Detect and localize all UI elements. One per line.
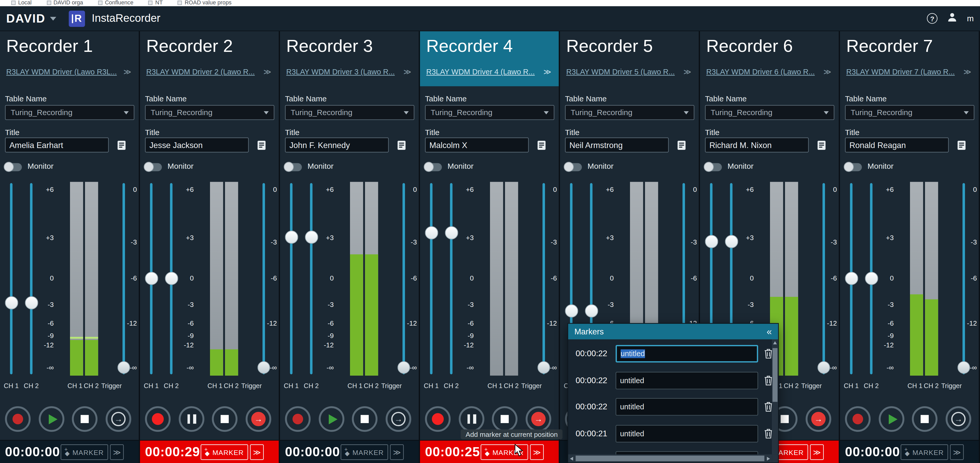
trigger-fader-knob[interactable] <box>538 361 550 374</box>
marker-list-button[interactable]: ≫ <box>390 444 404 460</box>
add-marker-button[interactable]: MARKER <box>60 444 108 460</box>
stop-button[interactable] <box>72 406 97 432</box>
ch1-fader-knob[interactable] <box>285 230 298 243</box>
delete-marker-icon[interactable] <box>764 375 772 385</box>
collapse-panel-icon[interactable]: « <box>767 326 772 337</box>
ch2-fader-knob[interactable] <box>165 271 178 285</box>
ch2-fader-track[interactable] <box>30 183 33 374</box>
edit-metadata-button[interactable] <box>954 137 969 153</box>
trigger-fader-track[interactable] <box>963 183 965 374</box>
driver-link[interactable]: R3LAY WDM Driver (Lawo R3L... <box>6 67 117 76</box>
delete-marker-icon[interactable] <box>764 428 772 439</box>
record-button[interactable] <box>285 406 310 432</box>
commit-button[interactable]: → <box>945 406 971 432</box>
trigger-fader-knob[interactable] <box>398 361 410 374</box>
marker-list-button[interactable]: ≫ <box>250 444 264 460</box>
trigger-fader-track[interactable] <box>822 183 825 374</box>
driver-link[interactable]: R3LAY WDM Driver 6 (Lawo R... <box>706 67 815 76</box>
ch1-fader-knob[interactable] <box>565 304 578 317</box>
record-button[interactable] <box>145 406 170 432</box>
monitor-toggle[interactable] <box>425 163 442 171</box>
title-input[interactable] <box>565 137 669 153</box>
monitor-toggle[interactable] <box>845 163 862 171</box>
trigger-fader-track[interactable] <box>402 183 405 374</box>
ch1-fader-knob[interactable] <box>5 296 18 309</box>
ch1-fader-knob[interactable] <box>145 271 158 285</box>
marker-list-button[interactable]: ≫ <box>530 444 544 460</box>
driver-expand-icon[interactable]: ≫ <box>263 67 271 76</box>
stop-button[interactable] <box>212 406 237 432</box>
stop-button[interactable] <box>352 406 377 432</box>
ch1-fader-knob[interactable] <box>705 235 718 248</box>
driver-expand-icon[interactable]: ≫ <box>683 67 691 76</box>
driver-expand-icon[interactable]: ≫ <box>823 67 831 76</box>
driver-link[interactable]: R3LAY WDM Driver 5 (Lawo R... <box>566 67 675 76</box>
bookmark-item[interactable]: ROAD value props <box>178 0 232 6</box>
stop-button[interactable] <box>492 406 517 432</box>
driver-link[interactable]: R3LAY WDM Driver 4 (Lawo R... <box>426 67 535 76</box>
driver-expand-icon[interactable]: ≫ <box>123 67 131 76</box>
ch1-fader-knob[interactable] <box>425 226 438 239</box>
edit-metadata-button[interactable] <box>114 137 129 153</box>
title-input[interactable] <box>5 137 109 153</box>
user-icon[interactable] <box>947 12 958 25</box>
driver-link[interactable]: R3LAY WDM Driver 7 (Lawo R... <box>846 67 955 76</box>
trigger-fader-track[interactable] <box>542 183 545 374</box>
title-input[interactable] <box>145 137 249 153</box>
title-input[interactable] <box>845 137 949 153</box>
trigger-fader-knob[interactable] <box>958 361 970 374</box>
marker-list-button[interactable]: ≫ <box>810 444 824 460</box>
ch2-fader-track[interactable] <box>310 183 313 374</box>
play-pause-button[interactable] <box>879 406 904 432</box>
driver-expand-icon[interactable]: ≫ <box>543 67 551 76</box>
ch2-fader-knob[interactable] <box>25 296 38 309</box>
driver-expand-icon[interactable]: ≫ <box>963 67 971 76</box>
driver-link[interactable]: R3LAY WDM Driver 2 (Lawo R... <box>146 67 255 76</box>
help-icon[interactable]: ? <box>927 13 937 24</box>
delete-marker-icon[interactable] <box>764 348 772 359</box>
stop-button[interactable] <box>912 406 937 432</box>
title-input[interactable] <box>285 137 389 153</box>
monitor-toggle[interactable] <box>285 163 302 171</box>
record-button[interactable] <box>425 406 450 432</box>
marker-name-input[interactable]: untitled <box>616 345 758 363</box>
monitor-toggle[interactable] <box>5 163 22 171</box>
marker-name-input[interactable]: untitled <box>616 371 758 389</box>
ch1-fader-knob[interactable] <box>845 271 858 285</box>
edit-metadata-button[interactable] <box>814 137 829 153</box>
ch2-fader-knob[interactable] <box>725 235 738 248</box>
record-button[interactable] <box>845 406 870 432</box>
play-pause-button[interactable] <box>319 406 344 432</box>
driver-link[interactable]: R3LAY WDM Driver 3 (Lawo R... <box>286 67 395 76</box>
commit-button[interactable]: → <box>245 406 271 432</box>
trigger-fader-knob[interactable] <box>118 361 130 374</box>
bookmark-item[interactable]: DAVID orga <box>47 0 83 6</box>
ch2-fader-knob[interactable] <box>305 230 318 243</box>
markers-vertical-scrollbar[interactable] <box>772 339 778 455</box>
ch2-fader-knob[interactable] <box>865 271 878 285</box>
table-name-select[interactable]: Turing_Recording <box>5 105 134 120</box>
table-name-select[interactable]: Turing_Recording <box>285 105 414 120</box>
trigger-fader-knob[interactable] <box>258 361 270 374</box>
bookmark-item[interactable]: Confluence <box>98 0 133 6</box>
marker-name-input[interactable]: untitled <box>616 398 758 415</box>
marker-name-input[interactable]: untitled <box>616 425 758 442</box>
table-name-select[interactable]: Turing_Recording <box>845 105 974 120</box>
chevron-down-icon[interactable] <box>50 17 56 20</box>
add-marker-button[interactable]: MARKER <box>200 444 248 460</box>
marker-list-button[interactable]: ≫ <box>950 444 964 460</box>
ch1-fader-track[interactable] <box>10 183 13 374</box>
edit-metadata-button[interactable] <box>394 137 409 153</box>
title-input[interactable] <box>705 137 809 153</box>
trigger-fader-track[interactable] <box>123 183 125 374</box>
title-input[interactable] <box>425 137 529 153</box>
trigger-fader-knob[interactable] <box>818 361 830 374</box>
ch1-fader-track[interactable] <box>290 183 293 374</box>
trigger-fader-track[interactable] <box>262 183 265 374</box>
edit-metadata-button[interactable] <box>674 137 689 153</box>
bookmark-item[interactable]: Local <box>11 0 31 6</box>
ch2-fader-knob[interactable] <box>585 304 598 317</box>
table-name-select[interactable]: Turing_Recording <box>705 105 834 120</box>
david-brand-menu[interactable]: DAVID <box>6 12 45 25</box>
monitor-toggle[interactable] <box>705 163 722 171</box>
